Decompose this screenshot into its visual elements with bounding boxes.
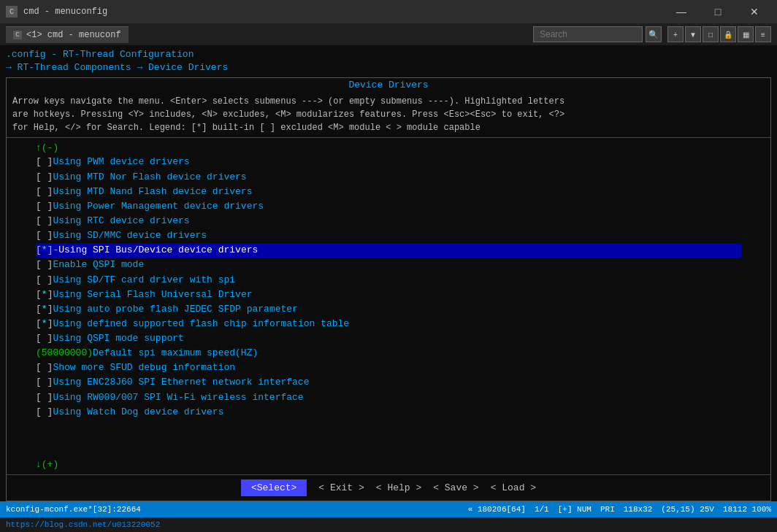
app-icon-label: C bbox=[9, 8, 14, 16]
link-url: https://blog.csdn.net/u013220052 bbox=[6, 520, 160, 529]
titlebar: C cmd - menuconfig — □ ✕ bbox=[0, 0, 777, 23]
status-pos: « 180206[64] bbox=[468, 505, 526, 514]
menu-item-10[interactable]: [*]Using Serial Flash Universal Driver bbox=[36, 288, 741, 302]
help-text: Arrow keys navigate the menu. <Enter> se… bbox=[7, 92, 770, 138]
status-coords: (25,15) 25V bbox=[661, 505, 714, 514]
tab-item[interactable]: C <1> cmd - menuconf bbox=[6, 26, 129, 43]
menu-item-18[interactable]: [ ]Using Watch Dog device drivers bbox=[36, 405, 741, 420]
add-button[interactable]: + bbox=[667, 26, 684, 42]
menu-item-5[interactable]: [ ]Using RTC device drivers bbox=[36, 214, 741, 228]
button-bar: <Select> < Exit > < Help > < Save > < Lo… bbox=[7, 474, 770, 501]
status-pages: 1/1 bbox=[535, 505, 549, 514]
status-size: 118x32 bbox=[624, 505, 653, 514]
load-button[interactable]: < Load > bbox=[491, 482, 536, 493]
menu-area: ↑(-) [ ]Using PWM device drivers[ ]Using… bbox=[7, 138, 770, 474]
exit-button[interactable]: < Exit > bbox=[318, 482, 364, 493]
toolbar-buttons: + ▼ □ 🔒 ▦ ≡ bbox=[667, 26, 771, 42]
titlebar-title: cmd - menuconfig bbox=[23, 7, 659, 17]
dialog-title: Device Drivers bbox=[7, 78, 770, 92]
nav-up: ↑(-) bbox=[7, 141, 770, 155]
menu-item-12[interactable]: [*] Using defined supported flash chip i… bbox=[36, 317, 741, 331]
status-ins: [+] NUM bbox=[558, 505, 592, 514]
menu-item-2[interactable]: [ ]Using MTD Nor Flash device drivers bbox=[36, 170, 741, 185]
close-button[interactable]: ✕ bbox=[738, 0, 771, 23]
window-controls: — □ ✕ bbox=[665, 0, 771, 23]
status-right: « 180206[64] 1/1 [+] NUM PRI 118x32 (25,… bbox=[468, 505, 771, 514]
nav-down: ↓(+) bbox=[7, 458, 770, 471]
status-process: kconfig-mconf.exe*[32]:22664 bbox=[6, 505, 456, 514]
menu-item-13[interactable]: [ ] Using QSPI mode support bbox=[36, 331, 741, 346]
tab-label: <1> cmd - menuconf bbox=[26, 30, 121, 40]
terminal: .config - RT-Thread Configuration → RT-T… bbox=[0, 45, 777, 501]
status-pct: 18112 100% bbox=[723, 505, 771, 514]
dropdown-button[interactable]: ▼ bbox=[685, 26, 701, 42]
menu-item-4[interactable]: [ ]Using Power Management device drivers bbox=[36, 199, 741, 214]
link-bar: https://blog.csdn.net/u013220052 bbox=[0, 517, 777, 532]
grid-button[interactable]: ▦ bbox=[738, 26, 754, 42]
menu-item-7[interactable]: [*]-Using SPI Bus/Device device drivers bbox=[36, 243, 741, 258]
menu-item-6[interactable]: [ ]Using SD/MMC device drivers bbox=[36, 228, 741, 243]
menu-item-9[interactable]: [ ] Using SD/TF card driver with spi bbox=[36, 273, 741, 288]
menu-item-14[interactable]: (50000000)Default spi maximum speed(HZ) bbox=[36, 346, 741, 361]
menu-item-3[interactable]: [ ]Using MTD Nand Flash device drivers bbox=[36, 185, 741, 199]
minimize-button[interactable]: — bbox=[665, 0, 698, 23]
help-line-1: Arrow keys navigate the menu. <Enter> se… bbox=[12, 95, 765, 108]
app-icon: C bbox=[6, 6, 18, 18]
statusbar: kconfig-mconf.exe*[32]:22664 « 180206[64… bbox=[0, 501, 777, 517]
breadcrumb-path: → RT-Thread Components → Device Drivers bbox=[6, 62, 228, 73]
search-input[interactable] bbox=[533, 26, 643, 42]
tabbar: C <1> cmd - menuconf 🔍 + ▼ □ 🔒 ▦ ≡ bbox=[0, 23, 777, 45]
breadcrumb: .config - RT-Thread Configuration → RT-T… bbox=[0, 45, 777, 77]
lock-button[interactable]: 🔒 bbox=[720, 26, 736, 42]
status-mode: PRI bbox=[600, 505, 615, 514]
menu-item-16[interactable]: [ ]Using ENC28J60 SPI Ethernet network i… bbox=[36, 375, 741, 390]
help-button[interactable]: < Help > bbox=[376, 482, 421, 493]
search-button[interactable]: 🔍 bbox=[646, 26, 662, 42]
view-button[interactable]: □ bbox=[703, 26, 719, 42]
menu-item-17[interactable]: [ ]Using RW009/007 SPI Wi-Fi wireless in… bbox=[36, 390, 741, 405]
select-button[interactable]: <Select> bbox=[241, 479, 307, 496]
menu-item-15[interactable]: [ ] Show more SFUD debug information bbox=[36, 361, 741, 375]
menu-item-1[interactable]: [ ]Using PWM device drivers bbox=[36, 155, 741, 169]
search-area: 🔍 + ▼ □ 🔒 ▦ ≡ bbox=[533, 26, 771, 42]
menu-button[interactable]: ≡ bbox=[755, 26, 771, 42]
menu-item-11[interactable]: [*] Using auto probe flash JEDEC SFDP pa… bbox=[36, 302, 741, 317]
menu-scroll: [ ]Using PWM device drivers[ ]Using MTD … bbox=[7, 155, 770, 458]
breadcrumb-line2: → RT-Thread Components → Device Drivers bbox=[6, 61, 771, 74]
tab-icon: C bbox=[13, 31, 22, 39]
maximize-button[interactable]: □ bbox=[701, 0, 735, 23]
help-line-3: for Help, </> for Search. Legend: [*] bu… bbox=[12, 121, 765, 134]
menuconfig-dialog: Device Drivers Arrow keys navigate the m… bbox=[6, 77, 771, 501]
help-line-2: are hotkeys. Pressing <Y> includes, <N> … bbox=[12, 108, 765, 121]
save-button[interactable]: < Save > bbox=[433, 482, 478, 493]
breadcrumb-line1: .config - RT-Thread Configuration bbox=[6, 48, 771, 61]
menu-item-8[interactable]: [ ] Enable QSPI mode bbox=[36, 258, 741, 272]
